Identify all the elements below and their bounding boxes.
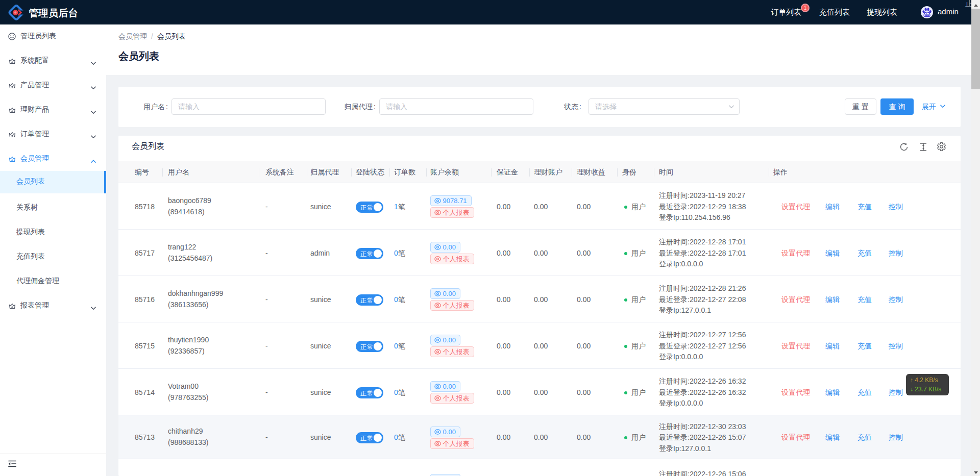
svg-text:du: du — [925, 13, 929, 16]
